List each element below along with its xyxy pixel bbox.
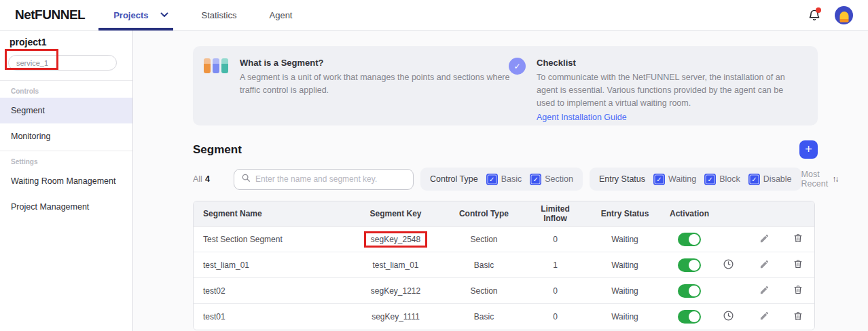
checkbox-icon[interactable]: ✓: [486, 174, 498, 185]
count-value: 4: [205, 174, 210, 184]
nav-item-statistics[interactable]: Statistics: [201, 0, 236, 31]
entry-status-cell: Waiting: [581, 312, 669, 322]
sidebar: project1 service_1 Controls Segment Moni…: [0, 31, 133, 331]
checkbox-icon[interactable]: ✓: [704, 174, 716, 185]
sidebar-section-controls: Controls: [0, 81, 132, 98]
pencil-icon: [759, 233, 770, 246]
add-segment-button[interactable]: +: [799, 140, 818, 159]
activation-toggle[interactable]: [678, 284, 701, 298]
activation-toggle[interactable]: [678, 258, 701, 272]
sidebar-section-settings: Settings: [0, 151, 132, 168]
schedule-button[interactable]: [710, 258, 747, 272]
notification-badge: [816, 7, 821, 13]
plus-icon: +: [805, 143, 812, 155]
filter-option-disable[interactable]: ✓Disable: [748, 174, 792, 185]
control-type-filter-label: Control Type: [430, 174, 478, 184]
sidebar-item-monitoring[interactable]: Monitoring: [0, 123, 132, 149]
segment-key-value: segKey_1111: [372, 312, 420, 322]
segment-key-cell: test_liam_01: [353, 260, 438, 270]
bell-icon: [808, 12, 821, 24]
top-nav: NetFUNNEL Projects Statistics Agent: [0, 0, 868, 31]
info-card: What is a Segment? A segment is a unit o…: [193, 46, 818, 125]
col-limited-inflow: Limited Inflow: [530, 204, 581, 223]
activation-toggle[interactable]: [678, 310, 701, 324]
filter-option-block[interactable]: ✓Block: [704, 174, 740, 185]
edit-button[interactable]: [747, 259, 781, 271]
sidebar-item-waiting-room-label: Waiting Room Management: [11, 176, 115, 186]
segment-key-cell: segKey_1111: [353, 312, 438, 322]
sidebar-item-project-mgmt-label: Project Management: [11, 202, 89, 212]
sort-arrows-icon: ↑↓: [832, 174, 837, 184]
filter-option-label: Waiting: [668, 174, 696, 184]
notifications-button[interactable]: [808, 8, 821, 22]
limited-inflow-cell: 0: [530, 235, 581, 244]
agent-installation-guide-link[interactable]: Agent Installation Guide: [537, 113, 796, 122]
control-type-cell: Section: [438, 235, 530, 244]
entry-status-cell: Waiting: [581, 286, 669, 296]
main-content: What is a Segment? A segment is a unit o…: [133, 31, 868, 331]
page-title: Segment: [193, 143, 242, 157]
sidebar-item-project-management[interactable]: Project Management: [0, 194, 132, 220]
segment-name-cell: Test Section Segment: [194, 235, 353, 244]
sidebar-item-segment[interactable]: Segment: [0, 98, 132, 123]
filter-option-waiting[interactable]: ✓Waiting: [653, 174, 696, 185]
segment-name-cell: test_liam_01: [194, 260, 353, 270]
table-row: test01 segKey_1111 Basic 0 Waiting: [194, 304, 814, 330]
total-count: All4: [193, 174, 234, 184]
table-row: test_liam_01 test_liam_01 Basic 1 Waitin…: [194, 252, 814, 278]
chevron-down-icon: [160, 12, 168, 18]
user-avatar[interactable]: [835, 6, 853, 24]
segment-bars-icon: [204, 58, 229, 73]
edit-button[interactable]: [747, 311, 781, 323]
segment-key-cell: segKey_1212: [353, 286, 438, 296]
activation-toggle[interactable]: [678, 233, 701, 246]
segment-info-block: What is a Segment? A segment is a unit o…: [204, 58, 509, 125]
avatar-figure: [839, 12, 848, 22]
edit-button[interactable]: [747, 285, 781, 297]
col-control-type: Control Type: [438, 209, 530, 218]
checkbox-icon[interactable]: ✓: [530, 174, 541, 185]
table-body: Test Section Segment segKey_2548 Section…: [194, 227, 814, 330]
filter-option-label: Section: [545, 174, 573, 184]
pencil-icon: [759, 259, 770, 271]
search-input[interactable]: [255, 174, 406, 184]
search-box[interactable]: [234, 169, 414, 190]
sidebar-item-waiting-room-management[interactable]: Waiting Room Management: [0, 168, 132, 194]
sort-control[interactable]: Most Recent ↑↓: [801, 170, 838, 189]
checkbox-icon[interactable]: ✓: [653, 174, 665, 185]
filter-option-section[interactable]: ✓Section: [530, 174, 573, 185]
trash-icon: [793, 258, 803, 271]
col-segment-name: Segment Name: [194, 209, 353, 218]
table-header-row: Segment Name Segment Key Control Type Li…: [194, 201, 814, 227]
col-entry-status: Entry Status: [581, 209, 669, 218]
nav-item-agent[interactable]: Agent: [270, 0, 293, 31]
checklist-block: ✓ Checklist To communicate with the NetF…: [509, 58, 818, 125]
segment-toolbar: All4 Control Type ✓Basic✓Section Entry S…: [193, 168, 818, 191]
col-segment-key: Segment Key: [353, 209, 438, 218]
pencil-icon: [759, 311, 770, 323]
delete-button[interactable]: [781, 311, 814, 324]
checkbox-icon[interactable]: ✓: [748, 174, 760, 185]
col-activation: Activation: [669, 209, 710, 218]
filter-option-label: Basic: [501, 174, 522, 184]
control-type-cell: Basic: [438, 260, 530, 270]
table-row: Test Section Segment segKey_2548 Section…: [194, 227, 814, 252]
limited-inflow-cell: 0: [530, 312, 581, 322]
filter-option-basic[interactable]: ✓Basic: [486, 174, 522, 185]
limited-inflow-cell: 0: [530, 286, 581, 296]
delete-button[interactable]: [781, 233, 814, 246]
check-circle-icon: ✓: [509, 58, 526, 75]
nav-item-projects[interactable]: Projects: [113, 0, 168, 31]
schedule-button[interactable]: [710, 310, 747, 324]
main-nav: Projects Statistics Agent: [113, 0, 325, 31]
delete-button[interactable]: [781, 284, 814, 297]
checklist-title: Checklist: [537, 58, 796, 68]
sidebar-item-monitoring-label: Monitoring: [11, 132, 50, 141]
filter-option-label: Disable: [763, 174, 792, 184]
segment-key-value: segKey_1212: [371, 286, 420, 296]
checklist-description: To communicate with the NetFUNNEL server…: [537, 71, 796, 110]
search-icon: [241, 173, 251, 185]
edit-button[interactable]: [747, 233, 781, 246]
delete-button[interactable]: [781, 258, 814, 271]
pencil-icon: [759, 285, 770, 297]
